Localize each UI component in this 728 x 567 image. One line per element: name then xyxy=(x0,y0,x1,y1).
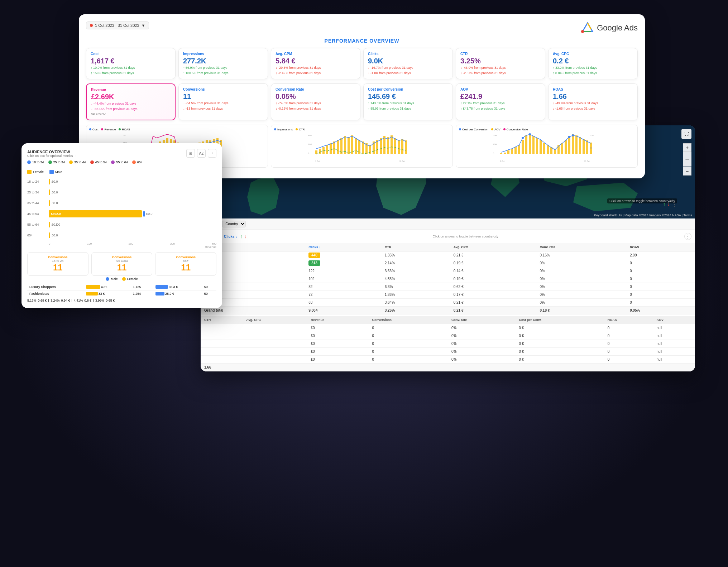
dgt-ctr: 1.66 xyxy=(201,364,243,371)
segment-luxury-bar-cell: 40 € xyxy=(84,284,131,290)
table-row-munich: Munich 102 4.53% 0.19 € 0% 0 xyxy=(201,275,695,283)
metric-cost-conv[interactable]: Cost per Conversion 145.69 € ↑ 143.8% fr… xyxy=(363,83,453,120)
svg-rect-47 xyxy=(348,137,350,154)
more-btn[interactable]: ⋮ xyxy=(208,149,216,158)
aov-label: AOV xyxy=(460,87,541,91)
table-clicks-header[interactable]: Clicks ↓ xyxy=(224,235,237,239)
avg-cpc-change1: ↑ 33.2% from previous 31 days xyxy=(553,66,633,70)
arrow-down-toggle[interactable]: ↓ xyxy=(667,201,670,208)
d4-conv: 0 xyxy=(369,348,448,356)
cpc-berlin: 0.14 € xyxy=(450,267,536,275)
th-clicks[interactable]: Clicks ↓ xyxy=(305,243,381,251)
fashionistas-bar-blue xyxy=(155,292,164,295)
fashionistas-ctr: 25.9 € xyxy=(153,290,202,297)
sort-btn[interactable]: AZ xyxy=(197,149,206,158)
country-dropdown[interactable]: Country xyxy=(222,221,246,227)
aov3-legend-label: AOV xyxy=(494,128,500,131)
segment-row-luxury: Luxury Shoppers 40 € 1,125 35.3 € xyxy=(27,284,216,290)
arrow-up-toggle[interactable]: ↑ xyxy=(663,201,666,208)
d1-ctr xyxy=(201,324,243,332)
revenue-legend-label: Revenue xyxy=(104,128,116,131)
d4-ctr xyxy=(201,348,243,356)
date-selector[interactable]: 1 Oct 2023 - 31 Oct 2023 ▼ xyxy=(86,21,149,29)
grand-total-convrate: 0.18 € xyxy=(536,307,626,314)
label-25-34: 25 to 34 xyxy=(53,160,65,164)
female-label-bottom: Female xyxy=(127,277,138,281)
x-400: 400 xyxy=(212,242,216,245)
conv-box-3-value: 11 xyxy=(158,263,213,273)
segment-ctr-row: 5.17% 0.69 € | 3.24% 0.94 € | 4.41% 0.8 … xyxy=(27,299,216,302)
zoom-slider[interactable]: │ xyxy=(683,152,691,167)
svg-text:1 Oct: 1 Oct xyxy=(315,160,320,162)
table-options-btn[interactable]: ⋮ xyxy=(671,201,677,208)
th-conv-rate2: Conv. rate xyxy=(448,316,515,324)
metric-conv-rate[interactable]: Conversion Rate 0.05% ↓ -74.8% from prev… xyxy=(271,83,360,120)
convrate-rome: 0% xyxy=(536,259,626,267)
dot-65plus xyxy=(132,160,136,164)
zoom-out-btn[interactable]: − xyxy=(683,167,691,176)
metric-aov[interactable]: AOV £241.9 ↑ 22.1% from previous 31 days… xyxy=(456,83,545,120)
table-menu-btn[interactable]: ⋮ xyxy=(684,233,691,240)
cost-conv-value: 145.69 € xyxy=(368,92,448,100)
metric-ctr[interactable]: CTR 3.25% ↓ -46.9% from previous 31 days… xyxy=(456,48,545,79)
metric-impressions[interactable]: Impressions 277.2K ↑ 56.9% from previous… xyxy=(178,48,268,79)
d3-cpc xyxy=(243,340,307,348)
luxury-bar-yellow xyxy=(86,285,100,289)
cpc-munich: 0.19 € xyxy=(450,275,536,283)
table-section: Town/City Clicks ↓ CTR Avg. CPC Conv. ra… xyxy=(201,243,695,371)
map-expand-btn[interactable]: ⛶ xyxy=(681,129,691,139)
metric-conversions[interactable]: Conversions 11 ↓ -54.5% from previous 31… xyxy=(178,83,268,120)
x-axis-label: Revenue xyxy=(49,245,216,249)
x-100: 100 xyxy=(87,242,92,245)
svg-text:1.5%: 1.5% xyxy=(590,134,594,136)
sort-up-arrow[interactable]: ↑ xyxy=(240,234,243,239)
d2-revenue: £0 xyxy=(307,332,369,340)
d2-ctr xyxy=(201,332,243,340)
roas-naples: 0 xyxy=(626,283,695,291)
segment-fashionistas-bar: 33 € xyxy=(84,290,131,297)
d3-conv: 0 xyxy=(369,340,448,348)
seg-ctr-2: 3.24% xyxy=(51,299,60,302)
metric-clicks[interactable]: Clicks 9.0K ↓ -16.7% from previous 31 da… xyxy=(363,48,453,79)
bar-45-male-label: £0.0 xyxy=(146,212,153,216)
country-selector-bar: Country Country xyxy=(201,218,695,230)
metric-avg-cpm[interactable]: Avg. CPM 5.84 € ↓ -29.3% from previous 3… xyxy=(271,48,360,79)
svg-rect-59 xyxy=(391,135,393,154)
google-ads-icon xyxy=(581,21,594,34)
metric-revenue[interactable]: Revenue £2.69K ↓ -44.4% from previous 31… xyxy=(86,83,176,120)
dgt-roas xyxy=(604,364,653,371)
detail-row-1: £0 0 0% 0 € 0 null xyxy=(201,324,695,332)
sort-down-arrow[interactable]: ↓ xyxy=(244,234,246,239)
zoom-in-btn[interactable]: + xyxy=(683,143,691,152)
avg-cpc-value: 0.2 € xyxy=(553,57,633,65)
female-legend-bottom: Female xyxy=(122,277,138,281)
clicks-munich: 102 xyxy=(305,275,381,283)
segment-table: Luxury Shoppers 40 € 1,125 35.3 € xyxy=(27,284,216,297)
seg-cpc-1: 0.69 € xyxy=(38,299,47,302)
svg-text:0: 0 xyxy=(493,152,494,154)
d2-aov: null xyxy=(653,332,695,340)
svg-text:600: 600 xyxy=(493,134,497,136)
d4-roas: 0 xyxy=(604,348,653,356)
convrate-legend: Conversion Rate xyxy=(503,128,528,131)
dgt-convrate xyxy=(448,364,515,371)
metric-cost[interactable]: Cost 1,617 € ↑ 10.9% from previous 31 da… xyxy=(86,48,176,79)
legend-65plus: 65+ xyxy=(132,160,143,164)
metric-roas[interactable]: ROAS 1.66 ↓ -49.9% from previous 31 days… xyxy=(548,83,638,120)
metric-avg-cpc[interactable]: Avg. CPC 0.2 € ↑ 33.2% from previous 31 … xyxy=(548,48,638,79)
conv-box-3-label: Conversions xyxy=(158,255,213,259)
table-view-btn[interactable]: ⊞ xyxy=(186,149,195,158)
ctr2-legend-label: CTR xyxy=(299,128,305,131)
fashionistas-bars: 33 € xyxy=(86,292,129,295)
seg-ctr-4: 3.99% xyxy=(95,299,105,302)
fashionistas-conv: 1,254 xyxy=(131,290,153,297)
aov3-legend: AOV xyxy=(491,128,500,131)
dropdown-arrow: ▼ xyxy=(142,23,145,28)
d1-costconv: 0 € xyxy=(515,324,604,332)
luxury-ctr-bar: 35.3 € xyxy=(155,285,200,289)
dot-35-44 xyxy=(69,160,73,164)
revenue-value: £2.69K xyxy=(91,93,171,101)
sort-arrows: ↑ ↓ xyxy=(240,234,246,239)
svg-rect-89 xyxy=(572,134,574,154)
avg-cpc-label: Avg. CPC xyxy=(553,52,633,56)
